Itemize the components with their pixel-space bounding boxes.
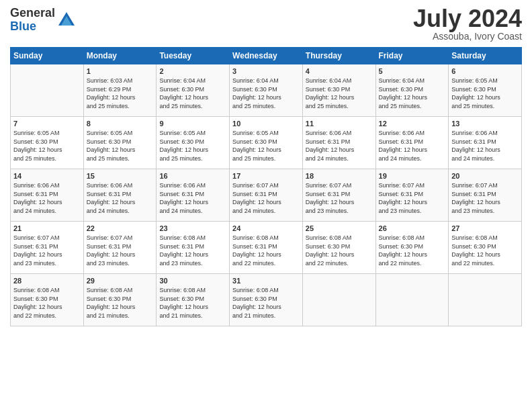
calendar-cell: 3Sunrise: 6:04 AM Sunset: 6:30 PM Daylig… — [230, 64, 303, 117]
day-info: Sunrise: 6:07 AM Sunset: 6:31 PM Dayligh… — [379, 181, 446, 215]
calendar-cell: 21Sunrise: 6:07 AM Sunset: 6:31 PM Dayli… — [11, 222, 84, 274]
calendar-cell: 11Sunrise: 6:06 AM Sunset: 6:31 PM Dayli… — [302, 117, 375, 169]
calendar-header: Sunday Monday Tuesday Wednesday Thursday… — [11, 48, 522, 64]
day-info: Sunrise: 6:04 AM Sunset: 6:30 PM Dayligh… — [379, 77, 446, 110]
calendar-cell: 27Sunrise: 6:08 AM Sunset: 6:30 PM Dayli… — [449, 222, 522, 274]
day-info: Sunrise: 6:08 AM Sunset: 6:31 PM Dayligh… — [232, 234, 300, 267]
day-info: Sunrise: 6:06 AM Sunset: 6:31 PM Dayligh… — [87, 181, 154, 215]
header-thursday: Thursday — [302, 48, 375, 64]
calendar-cell: 30Sunrise: 6:08 AM Sunset: 6:30 PM Dayli… — [157, 274, 230, 326]
day-info: Sunrise: 6:08 AM Sunset: 6:30 PM Dayligh… — [451, 234, 519, 267]
day-number: 2 — [159, 67, 226, 75]
calendar-body: 1Sunrise: 6:03 AM Sunset: 6:29 PM Daylig… — [11, 64, 522, 326]
logo-blue: Blue — [10, 20, 55, 34]
day-number: 15 — [87, 172, 154, 180]
calendar-cell: 1Sunrise: 6:03 AM Sunset: 6:29 PM Daylig… — [83, 64, 157, 117]
week-row-2: 14Sunrise: 6:06 AM Sunset: 6:31 PM Dayli… — [11, 169, 522, 222]
day-info: Sunrise: 6:05 AM Sunset: 6:30 PM Dayligh… — [451, 77, 519, 110]
day-number: 6 — [451, 67, 519, 75]
day-info: Sunrise: 6:06 AM Sunset: 6:31 PM Dayligh… — [13, 181, 81, 215]
day-info: Sunrise: 6:07 AM Sunset: 6:31 PM Dayligh… — [306, 181, 373, 215]
day-info: Sunrise: 6:07 AM Sunset: 6:31 PM Dayligh… — [13, 234, 81, 267]
day-number: 16 — [159, 172, 226, 180]
day-number: 12 — [379, 120, 446, 128]
day-info: Sunrise: 6:07 AM Sunset: 6:31 PM Dayligh… — [451, 181, 519, 215]
calendar-cell: 9Sunrise: 6:05 AM Sunset: 6:30 PM Daylig… — [157, 117, 230, 169]
day-number: 3 — [232, 67, 300, 75]
calendar-table: Sunday Monday Tuesday Wednesday Thursday… — [10, 47, 522, 326]
calendar-cell: 5Sunrise: 6:04 AM Sunset: 6:30 PM Daylig… — [375, 64, 449, 117]
day-number: 29 — [87, 277, 154, 285]
day-number: 10 — [232, 120, 300, 128]
day-info: Sunrise: 6:05 AM Sunset: 6:30 PM Dayligh… — [87, 129, 154, 163]
logo-general: General — [10, 7, 55, 20]
week-row-3: 21Sunrise: 6:07 AM Sunset: 6:31 PM Dayli… — [11, 222, 522, 274]
day-number: 8 — [87, 120, 154, 128]
day-info: Sunrise: 6:06 AM Sunset: 6:31 PM Dayligh… — [451, 129, 519, 163]
day-number: 11 — [306, 120, 373, 128]
calendar-cell: 13Sunrise: 6:06 AM Sunset: 6:31 PM Dayli… — [449, 117, 522, 169]
day-info: Sunrise: 6:08 AM Sunset: 6:31 PM Dayligh… — [159, 234, 226, 267]
calendar-cell: 10Sunrise: 6:05 AM Sunset: 6:30 PM Dayli… — [230, 117, 303, 169]
day-number: 24 — [232, 224, 300, 232]
day-number: 28 — [13, 277, 81, 285]
day-info: Sunrise: 6:06 AM Sunset: 6:31 PM Dayligh… — [159, 181, 226, 215]
header-monday: Monday — [83, 48, 157, 64]
header-sunday: Sunday — [11, 48, 84, 64]
calendar-cell: 18Sunrise: 6:07 AM Sunset: 6:31 PM Dayli… — [302, 169, 375, 222]
week-row-0: 1Sunrise: 6:03 AM Sunset: 6:29 PM Daylig… — [11, 64, 522, 117]
header-row: Sunday Monday Tuesday Wednesday Thursday… — [11, 48, 522, 64]
day-info: Sunrise: 6:08 AM Sunset: 6:30 PM Dayligh… — [232, 286, 300, 320]
week-row-1: 7Sunrise: 6:05 AM Sunset: 6:30 PM Daylig… — [11, 117, 522, 169]
title-section: July 2024 Assouba, Ivory Coast — [413, 7, 522, 42]
calendar-cell: 2Sunrise: 6:04 AM Sunset: 6:30 PM Daylig… — [157, 64, 230, 117]
calendar-cell: 19Sunrise: 6:07 AM Sunset: 6:31 PM Dayli… — [375, 169, 449, 222]
logo: General Blue — [10, 7, 76, 34]
header-tuesday: Tuesday — [157, 48, 230, 64]
day-number: 4 — [306, 67, 373, 75]
day-number: 18 — [306, 172, 373, 180]
header-saturday: Saturday — [449, 48, 522, 64]
header-friday: Friday — [375, 48, 449, 64]
logo-text: General Blue — [10, 7, 55, 34]
location: Assouba, Ivory Coast — [413, 31, 522, 42]
calendar-cell: 6Sunrise: 6:05 AM Sunset: 6:30 PM Daylig… — [449, 64, 522, 117]
page-container: General Blue July 2024 Assouba, Ivory Co… — [0, 0, 532, 333]
calendar-cell — [11, 64, 84, 117]
day-info: Sunrise: 6:04 AM Sunset: 6:30 PM Dayligh… — [232, 77, 300, 110]
day-number: 20 — [451, 172, 519, 180]
day-number: 13 — [451, 120, 519, 128]
calendar-cell — [375, 274, 449, 326]
day-number: 19 — [379, 172, 446, 180]
calendar-cell: 24Sunrise: 6:08 AM Sunset: 6:31 PM Dayli… — [230, 222, 303, 274]
calendar-cell: 23Sunrise: 6:08 AM Sunset: 6:31 PM Dayli… — [157, 222, 230, 274]
header-wednesday: Wednesday — [230, 48, 303, 64]
day-number: 22 — [87, 224, 154, 232]
month-title: July 2024 — [413, 7, 522, 31]
day-info: Sunrise: 6:06 AM Sunset: 6:31 PM Dayligh… — [379, 129, 446, 163]
calendar-cell: 17Sunrise: 6:07 AM Sunset: 6:31 PM Dayli… — [230, 169, 303, 222]
day-info: Sunrise: 6:08 AM Sunset: 6:30 PM Dayligh… — [159, 286, 226, 320]
logo-icon — [57, 11, 76, 30]
day-info: Sunrise: 6:05 AM Sunset: 6:30 PM Dayligh… — [159, 129, 226, 163]
calendar-cell: 8Sunrise: 6:05 AM Sunset: 6:30 PM Daylig… — [83, 117, 157, 169]
calendar-cell: 20Sunrise: 6:07 AM Sunset: 6:31 PM Dayli… — [449, 169, 522, 222]
calendar-cell: 7Sunrise: 6:05 AM Sunset: 6:30 PM Daylig… — [11, 117, 84, 169]
day-number: 7 — [13, 120, 81, 128]
calendar-cell: 28Sunrise: 6:08 AM Sunset: 6:30 PM Dayli… — [11, 274, 84, 326]
calendar-cell: 25Sunrise: 6:08 AM Sunset: 6:30 PM Dayli… — [302, 222, 375, 274]
day-number: 25 — [306, 224, 373, 232]
day-number: 23 — [159, 224, 226, 232]
calendar-cell: 14Sunrise: 6:06 AM Sunset: 6:31 PM Dayli… — [11, 169, 84, 222]
calendar-cell: 31Sunrise: 6:08 AM Sunset: 6:30 PM Dayli… — [230, 274, 303, 326]
day-number: 1 — [87, 67, 154, 75]
calendar-cell: 22Sunrise: 6:07 AM Sunset: 6:31 PM Dayli… — [83, 222, 157, 274]
day-info: Sunrise: 6:04 AM Sunset: 6:30 PM Dayligh… — [306, 77, 373, 110]
day-info: Sunrise: 6:04 AM Sunset: 6:30 PM Dayligh… — [159, 77, 226, 110]
calendar-cell: 12Sunrise: 6:06 AM Sunset: 6:31 PM Dayli… — [375, 117, 449, 169]
calendar-cell: 16Sunrise: 6:06 AM Sunset: 6:31 PM Dayli… — [157, 169, 230, 222]
header: General Blue July 2024 Assouba, Ivory Co… — [10, 7, 522, 42]
day-info: Sunrise: 6:08 AM Sunset: 6:30 PM Dayligh… — [379, 234, 446, 267]
day-info: Sunrise: 6:07 AM Sunset: 6:31 PM Dayligh… — [232, 181, 300, 215]
day-number: 5 — [379, 67, 446, 75]
